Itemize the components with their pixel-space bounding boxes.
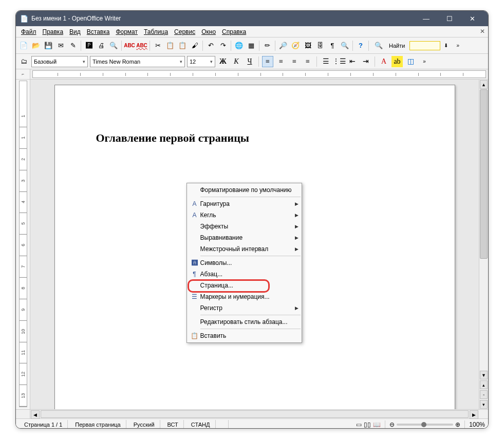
zoom-in-button[interactable]: ⊕: [455, 421, 460, 428]
menu-file[interactable]: Файл: [18, 27, 40, 36]
align-right-button[interactable]: ≡: [289, 56, 300, 67]
bold-button[interactable]: Ж: [217, 56, 229, 67]
page[interactable]: Оглавление первой страницы Форматировани…: [54, 85, 455, 409]
navigator-button[interactable]: 🧭: [290, 40, 301, 51]
maximize-button[interactable]: ☐: [438, 11, 461, 26]
document-close-icon[interactable]: ✕: [480, 28, 485, 35]
font-name-combo[interactable]: Times New Roman: [90, 56, 185, 67]
vertical-ruler[interactable]: 112345678910111213: [19, 81, 27, 407]
minimize-button[interactable]: —: [415, 11, 438, 26]
spellcheck-button[interactable]: ABC: [124, 40, 135, 51]
font-size-combo[interactable]: 12: [187, 56, 215, 67]
cut-button[interactable]: ✂: [152, 40, 163, 51]
status-language[interactable]: Русский: [128, 420, 160, 429]
status-modified[interactable]: [218, 420, 229, 429]
show-draw-button[interactable]: ✏: [262, 40, 273, 51]
justify-button[interactable]: ≡: [302, 56, 313, 67]
align-left-button[interactable]: ≡: [262, 56, 273, 67]
export-pdf-button[interactable]: 🅿: [83, 40, 95, 51]
cm-alignment[interactable]: Выравнивание ▶: [187, 232, 302, 243]
find-icon[interactable]: 🔍: [373, 40, 384, 51]
menu-tools[interactable]: Сервис: [171, 27, 198, 36]
zoom-percent[interactable]: 100%: [469, 421, 485, 428]
email-button[interactable]: ✉: [55, 40, 66, 51]
cm-effects[interactable]: Эффекты ▶: [187, 221, 302, 232]
scroll-right-button[interactable]: ▶: [470, 410, 478, 419]
menu-table[interactable]: Таблица: [141, 27, 171, 36]
zoom-button[interactable]: 🔍: [339, 40, 350, 51]
toolbar-overflow-button[interactable]: »: [452, 40, 463, 51]
menu-edit[interactable]: Правка: [40, 27, 67, 36]
scroll-thumb[interactable]: [480, 89, 488, 259]
fmt-toolbar-overflow-button[interactable]: »: [418, 56, 430, 67]
find-input[interactable]: [409, 41, 440, 50]
document-area[interactable]: Оглавление первой страницы Форматировани…: [30, 80, 479, 409]
status-insert-mode[interactable]: ВСТ: [162, 420, 184, 429]
cm-edit-paragraph-style[interactable]: Редактировать стиль абзаца...: [187, 316, 302, 328]
data-sources-button[interactable]: 🗄: [314, 40, 326, 51]
hyperlink-button[interactable]: 🌐: [233, 40, 245, 51]
table-button[interactable]: ▦: [246, 40, 257, 51]
cm-default-formatting[interactable]: Форматирование по умолчанию: [187, 184, 302, 196]
find-replace-button[interactable]: 🔎: [277, 40, 289, 51]
paragraph-style-combo[interactable]: Базовый: [31, 56, 88, 67]
print-button[interactable]: 🖨: [96, 40, 107, 51]
cm-character[interactable]: 🅰 Символы...: [187, 257, 302, 269]
zoom-slider[interactable]: [397, 424, 453, 426]
vertical-scrollbar[interactable]: ▲ ▼ ▴ ◦ ▾: [479, 80, 488, 409]
cm-bullets-numbering[interactable]: ☰ Маркеры и нумерация...: [187, 291, 302, 302]
scroll-up-button[interactable]: ▲: [480, 80, 488, 89]
find-next-button[interactable]: ⬇: [441, 41, 451, 50]
cm-line-spacing[interactable]: Межстрочный интервал ▶: [187, 243, 302, 255]
view-book-icon[interactable]: 📖: [373, 421, 381, 428]
horizontal-scrollbar[interactable]: ◀ ▶: [16, 409, 488, 418]
view-single-page-icon[interactable]: ▭: [356, 421, 362, 428]
print-preview-button[interactable]: 🔍: [108, 40, 119, 51]
cm-font-face[interactable]: A Гарнитура ▶: [187, 198, 302, 209]
undo-button[interactable]: ↶: [205, 40, 216, 51]
save-button[interactable]: 💾: [43, 40, 54, 51]
highlight-button[interactable]: ab: [391, 56, 403, 67]
cm-paragraph[interactable]: ¶ Абзац...: [187, 269, 302, 280]
underline-button[interactable]: Ч: [244, 56, 255, 67]
menu-help[interactable]: Справка: [219, 27, 249, 36]
styles-window-button[interactable]: 🗂: [18, 56, 29, 67]
numbering-button[interactable]: ☰: [320, 56, 331, 67]
edit-mode-button[interactable]: ✎: [67, 40, 79, 51]
gallery-button[interactable]: 🖼: [302, 40, 313, 51]
help-button[interactable]: ?: [355, 40, 366, 51]
paste-button[interactable]: 📋: [177, 40, 188, 51]
scroll-down-button[interactable]: ▼: [480, 371, 488, 379]
redo-button[interactable]: ↷: [217, 40, 229, 51]
increase-indent-button[interactable]: ⇥: [360, 56, 371, 67]
background-color-button[interactable]: ◫: [405, 56, 416, 67]
menu-format[interactable]: Формат: [113, 27, 141, 36]
nav-target-button[interactable]: ◦: [480, 390, 488, 399]
decrease-indent-button[interactable]: ⇤: [347, 56, 358, 67]
close-button[interactable]: ✕: [461, 11, 484, 26]
autospellcheck-button[interactable]: ABC: [136, 40, 147, 51]
cm-case[interactable]: Регистр ▶: [187, 302, 302, 314]
italic-button[interactable]: К: [231, 56, 242, 67]
menu-view[interactable]: Вид: [66, 27, 84, 36]
scroll-left-button[interactable]: ◀: [31, 410, 40, 419]
next-page-button[interactable]: ▾: [480, 400, 488, 409]
prev-page-button[interactable]: ▴: [480, 380, 488, 389]
status-page[interactable]: Страница 1 / 1: [19, 420, 68, 429]
zoom-out-button[interactable]: ⊖: [389, 421, 395, 428]
status-page-style[interactable]: Первая страница: [70, 420, 126, 429]
page-heading-text[interactable]: Оглавление первой страницы: [96, 131, 414, 145]
cm-font-size[interactable]: A Кегль ▶: [187, 209, 302, 221]
cm-paste[interactable]: 📋 Вставить: [187, 330, 302, 341]
horizontal-ruler[interactable]: 1123456789101112131415161718: [32, 70, 486, 78]
align-center-button[interactable]: ≡: [275, 56, 287, 67]
bullets-button[interactable]: ⋮☰: [333, 56, 345, 67]
menu-window[interactable]: Окно: [198, 27, 219, 36]
hscroll-track[interactable]: [41, 410, 469, 418]
open-button[interactable]: 📂: [30, 40, 42, 51]
menu-insert[interactable]: Вставка: [84, 27, 113, 36]
status-selection-mode[interactable]: СТАНД: [186, 420, 216, 429]
font-color-button[interactable]: A: [378, 56, 389, 67]
format-paintbrush-button[interactable]: 🖌: [189, 40, 200, 51]
view-multi-page-icon[interactable]: ▯▯: [364, 421, 371, 428]
